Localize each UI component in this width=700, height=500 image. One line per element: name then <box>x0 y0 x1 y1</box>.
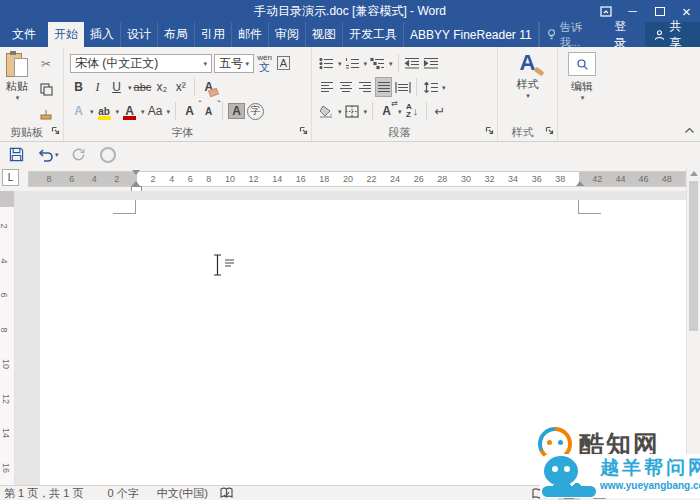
editing-group: 编辑 ▾ <box>558 47 606 141</box>
cut-button[interactable]: ✂ <box>38 54 55 74</box>
shading-dropdown-icon[interactable]: ▾ <box>338 108 342 115</box>
text-effects-dropdown-icon[interactable]: ▾ <box>90 108 94 115</box>
font-color-button[interactable]: A <box>121 101 138 121</box>
character-border-button[interactable]: A <box>275 53 292 73</box>
sort-button[interactable]: A Z ↓ <box>404 101 421 121</box>
borders-button[interactable] <box>344 101 361 121</box>
tab-selector[interactable]: L <box>2 169 19 186</box>
word-count[interactable]: 0 个字 <box>107 486 138 500</box>
justify-button[interactable] <box>375 77 392 97</box>
ribbon-tab-7[interactable]: 视图 <box>306 22 343 47</box>
font-color-dropdown-icon[interactable]: ▾ <box>141 108 145 115</box>
highlight-color-bar <box>98 116 111 120</box>
vruler-number: 6 <box>0 292 9 297</box>
clipboard-dialog-launcher[interactable] <box>51 124 60 138</box>
asian-layout-button[interactable]: A ⇄ <box>378 101 395 121</box>
scrollbar-thumb[interactable] <box>689 181 698 331</box>
undo-dropdown-icon[interactable]: ▾ <box>55 151 59 158</box>
ribbon-tab-9[interactable]: ABBYY FineReader 11 <box>404 22 539 47</box>
align-center-button[interactable] <box>337 77 354 97</box>
quick-access-toolbar: ▾ <box>0 142 700 167</box>
paragraph-dialog-launcher[interactable] <box>485 124 494 138</box>
ribbon-tab-4[interactable]: 引用 <box>195 22 232 47</box>
increase-indent-button[interactable] <box>423 53 440 73</box>
bullets-button[interactable] <box>318 53 335 73</box>
sign-in-button[interactable]: 登录 <box>605 22 645 47</box>
multilevel-dropdown-icon[interactable]: ▾ <box>389 60 393 67</box>
superscript-button[interactable]: x² <box>172 77 189 97</box>
ribbon-tab-1[interactable]: 插入 <box>84 22 121 47</box>
vertical-ruler[interactable]: 246810121416 <box>0 191 15 485</box>
ruler-bar: L 8642 246810121416182022242628303234363… <box>0 167 700 191</box>
subscript-button[interactable]: x₂ <box>153 77 170 97</box>
grow-font-button[interactable]: A ˆ <box>181 101 198 121</box>
share-button[interactable]: 共享 <box>645 22 700 47</box>
ribbon-tab-6[interactable]: 审阅 <box>269 22 306 47</box>
phonetic-guide-button[interactable]: wén 文 <box>256 53 273 73</box>
copy-button[interactable] <box>38 79 55 99</box>
borders-dropdown-icon[interactable]: ▾ <box>364 108 368 115</box>
customize-qat-button[interactable] <box>100 144 116 166</box>
bold-button[interactable]: B <box>70 77 87 97</box>
ribbon-tab-3[interactable]: 布局 <box>158 22 195 47</box>
underline-button[interactable]: U <box>108 77 125 97</box>
decrease-indent-button[interactable] <box>404 53 421 73</box>
proofing-status-button[interactable] <box>220 487 233 499</box>
save-button[interactable] <box>5 144 27 166</box>
clear-formatting-button[interactable]: A <box>200 77 217 97</box>
line-spacing-dropdown-icon[interactable]: ▾ <box>442 84 446 91</box>
multilevel-list-button[interactable] <box>369 53 386 73</box>
styles-icon: A <box>520 52 536 74</box>
change-case-dropdown-icon[interactable]: ▾ <box>167 108 171 115</box>
font-dialog-launcher[interactable] <box>299 124 308 138</box>
ribbon-tab-0[interactable]: 开始 <box>48 22 84 47</box>
horizontal-ruler[interactable]: 8642 2468101214161820222426283032343638 … <box>28 171 686 187</box>
format-painter-button[interactable] <box>38 104 55 124</box>
right-indent-marker[interactable] <box>576 181 584 186</box>
language-indicator[interactable]: 中文(中国) <box>157 486 208 500</box>
line-spacing-button[interactable] <box>422 77 439 97</box>
paste-dropdown-icon[interactable]: ▾ <box>16 94 20 101</box>
strikethrough-button[interactable]: abc <box>134 77 152 97</box>
editing-button[interactable]: 编辑 ▾ <box>558 47 606 141</box>
ribbon-tab-5[interactable]: 邮件 <box>232 22 269 47</box>
tell-me-box[interactable]: 告诉我... <box>539 22 606 47</box>
align-left-button[interactable] <box>318 77 335 97</box>
chevron-up-icon <box>684 127 695 134</box>
highlight-color-button[interactable]: ab <box>96 101 113 121</box>
collapse-ribbon-button[interactable] <box>684 123 695 137</box>
styles-dialog-launcher[interactable] <box>545 124 554 138</box>
tab-file[interactable]: 文件 <box>0 22 48 47</box>
align-right-button[interactable] <box>356 77 373 97</box>
ribbon-tab-2[interactable]: 设计 <box>121 22 158 47</box>
highlight-dropdown-icon[interactable]: ▾ <box>116 108 120 115</box>
bullets-dropdown-icon[interactable]: ▾ <box>338 60 342 67</box>
show-hide-marks-button[interactable]: ↵ <box>432 101 449 121</box>
page-indicator[interactable]: 第 1 页，共 1 页 <box>4 486 83 500</box>
scroll-up-icon[interactable] <box>690 171 698 176</box>
font-name-combobox[interactable]: 宋体 (中文正文) ▾ <box>70 54 212 73</box>
first-line-indent-marker[interactable] <box>132 170 140 175</box>
numbering-button[interactable] <box>344 53 361 73</box>
italic-button[interactable]: I <box>89 77 106 97</box>
change-case-button[interactable]: Aa <box>147 101 164 121</box>
shrink-font-button[interactable]: A ˇ <box>200 101 217 121</box>
redo-button[interactable] <box>71 144 86 166</box>
ruler-number: 42 <box>592 174 602 184</box>
undo-button[interactable]: ▾ <box>37 144 59 166</box>
vertical-scrollbar[interactable] <box>686 167 700 485</box>
font-size-combobox[interactable]: 五号 ▾ <box>214 54 254 73</box>
ribbon-tab-8[interactable]: 开发工具 <box>343 22 404 47</box>
shading-button[interactable] <box>318 101 335 121</box>
asian-layout-dropdown-icon[interactable]: ▾ <box>398 108 402 115</box>
character-shading-button[interactable]: A <box>228 101 245 121</box>
character-border-icon: A <box>277 56 290 70</box>
text-effects-button[interactable]: A <box>70 101 87 121</box>
ruler-number: 28 <box>437 174 447 184</box>
ruler-number: 26 <box>414 174 424 184</box>
numbering-dropdown-icon[interactable]: ▾ <box>364 60 368 67</box>
distribute-button[interactable] <box>394 77 411 97</box>
styles-group-label: 样式 <box>498 125 547 140</box>
underline-dropdown-icon[interactable]: ▾ <box>128 84 132 91</box>
enclose-characters-button[interactable]: 字 <box>247 101 264 121</box>
